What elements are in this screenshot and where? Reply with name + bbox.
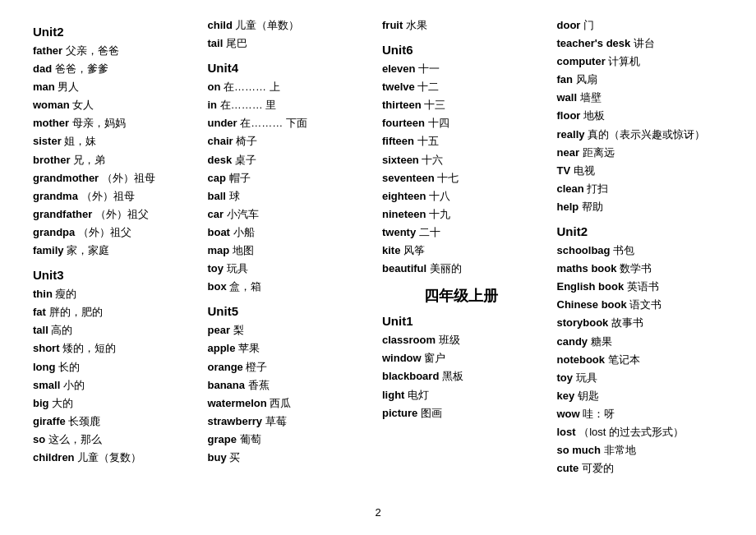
unit-title: Unit2 xyxy=(557,224,716,238)
vocab-item: cap 帽子 xyxy=(208,169,366,187)
page-layout: Unit2father 父亲，爸爸dad 爸爸，爹爹man 男人woman 女人… xyxy=(33,16,723,519)
vocab-english: under xyxy=(208,117,241,129)
vocab-item: watermelon 西瓜 xyxy=(208,394,366,413)
vocab-chinese: 十三 xyxy=(424,99,445,111)
vocab-english: tall xyxy=(33,324,51,336)
vocab-english: wow xyxy=(557,408,583,420)
vocab-item: desk 桌子 xyxy=(208,151,366,169)
vocab-english: grandmother xyxy=(33,172,102,184)
vocab-english: fourteen xyxy=(382,117,428,129)
vocab-english: chair xyxy=(208,135,237,147)
vocab-chinese: 葡萄 xyxy=(240,433,261,445)
vocab-english: desk xyxy=(208,154,235,166)
vocab-item: notebook 笔记本 xyxy=(557,351,716,369)
vocab-item: thirteen 十三 xyxy=(382,96,541,114)
vocab-english: box xyxy=(208,280,230,293)
vocab-english: grape xyxy=(208,433,240,445)
vocab-item: toy 玩具 xyxy=(557,369,716,387)
unit-title: Unit1 xyxy=(382,314,541,328)
vocab-item: eighteen 十八 xyxy=(382,187,541,205)
unit-title: Unit2 xyxy=(33,25,191,39)
vocab-english: child xyxy=(208,19,236,31)
vocab-english: door xyxy=(557,19,584,31)
vocab-chinese: 父亲，爸爸 xyxy=(66,44,119,57)
vocab-english: strawberry xyxy=(208,415,265,427)
vocab-item: sixteen 十六 xyxy=(382,151,541,169)
vocab-chinese: 黑板 xyxy=(442,370,463,382)
vocab-item: in 在……… 里 xyxy=(208,96,366,114)
vocab-chinese: 草莓 xyxy=(265,415,287,427)
vocab-item: kite 风筝 xyxy=(382,242,541,260)
vocab-chinese: 计算机 xyxy=(608,55,640,67)
vocab-english: toy xyxy=(208,262,227,274)
vocab-english: seventeen xyxy=(382,172,437,184)
vocab-english: orange xyxy=(208,361,247,373)
vocab-english: brother xyxy=(33,154,73,166)
vocab-item: tall 高的 xyxy=(33,321,191,339)
vocab-chinese: 大的 xyxy=(52,397,73,409)
vocab-item: wow 哇：呀 xyxy=(557,405,716,423)
vocab-item: on 在……… 上 xyxy=(208,78,366,96)
vocab-chinese: 图画 xyxy=(421,407,442,419)
vocab-chinese: 在……… 下面 xyxy=(240,117,307,129)
vocab-item: fourteen 十四 xyxy=(382,114,541,132)
vocab-item: long 长的 xyxy=(33,358,191,376)
vocab-chinese: 风筝 xyxy=(403,244,425,256)
vocab-chinese: 帽子 xyxy=(229,172,251,184)
vocab-english: picture xyxy=(382,407,421,419)
vocab-english: really xyxy=(557,128,588,141)
vocab-english: notebook xyxy=(557,353,608,366)
vocab-item: floor 地板 xyxy=(557,107,716,125)
vocab-chinese: 打扫 xyxy=(587,182,608,195)
vocab-chinese: （lost 的过去式形式） xyxy=(579,426,684,438)
vocab-item: car 小汽车 xyxy=(208,205,366,224)
vocab-chinese: 可爱的 xyxy=(582,462,614,474)
vocab-item: orange 橙子 xyxy=(208,358,366,376)
vocab-english: fifteen xyxy=(382,135,417,147)
vocab-english: classroom xyxy=(382,334,439,346)
vocab-item: big 大的 xyxy=(33,394,191,413)
vocab-chinese: 玩具 xyxy=(576,371,597,384)
vocab-english: children xyxy=(33,451,77,464)
vocab-item: boat 小船 xyxy=(208,224,366,242)
vocab-english: fan xyxy=(557,73,576,85)
vocab-english: mother xyxy=(33,117,72,129)
vocab-item: mother 母亲，妈妈 xyxy=(33,114,191,132)
vocab-item: door 门 xyxy=(557,16,716,35)
column-col4: door 门teacher's desk 讲台computer 计算机fan 风… xyxy=(549,16,724,493)
vocab-chinese: 美丽的 xyxy=(430,262,462,274)
vocab-english: blackboard xyxy=(382,370,442,382)
vocab-item: children 儿童（复数） xyxy=(33,449,191,467)
vocab-chinese: 十二 xyxy=(417,81,439,93)
columns-container: Unit2father 父亲，爸爸dad 爸爸，爹爹man 男人woman 女人… xyxy=(33,16,723,493)
vocab-item: dad 爸爸，爹爹 xyxy=(33,60,191,78)
vocab-item: light 电灯 xyxy=(382,386,541,404)
vocab-item: under 在……… 下面 xyxy=(208,114,366,132)
vocab-english: maths book xyxy=(557,262,620,274)
vocab-english: floor xyxy=(557,109,584,122)
vocab-chinese: 讲台 xyxy=(634,37,655,49)
vocab-english: Chinese book xyxy=(557,298,630,311)
vocab-item: picture 图画 xyxy=(382,404,541,422)
vocab-english: ball xyxy=(208,190,229,202)
vocab-english: storybook xyxy=(557,316,611,329)
vocab-item: strawberry 草莓 xyxy=(208,413,366,431)
vocab-chinese: （外）祖父 xyxy=(95,208,149,220)
vocab-chinese: 长的 xyxy=(58,361,80,373)
vocab-english: beautiful xyxy=(382,262,430,274)
vocab-chinese: 十八 xyxy=(429,190,450,202)
vocab-chinese: 男人 xyxy=(58,81,79,93)
vocab-english: lost xyxy=(557,426,579,438)
vocab-chinese: 小汽车 xyxy=(227,208,259,220)
vocab-english: watermelon xyxy=(208,397,270,409)
vocab-item: schoolbag 书包 xyxy=(557,242,716,260)
vocab-chinese: 梨 xyxy=(233,324,244,336)
vocab-item: apple 苹果 xyxy=(208,339,366,357)
vocab-english: long xyxy=(33,361,58,373)
vocab-english: sixteen xyxy=(382,154,422,166)
vocab-item: clean 打扫 xyxy=(557,180,716,198)
vocab-english: cute xyxy=(557,462,582,474)
vocab-chinese: 母亲，妈妈 xyxy=(72,117,126,129)
vocab-item: grandfather （外）祖父 xyxy=(33,205,191,224)
vocab-english: light xyxy=(382,389,408,401)
